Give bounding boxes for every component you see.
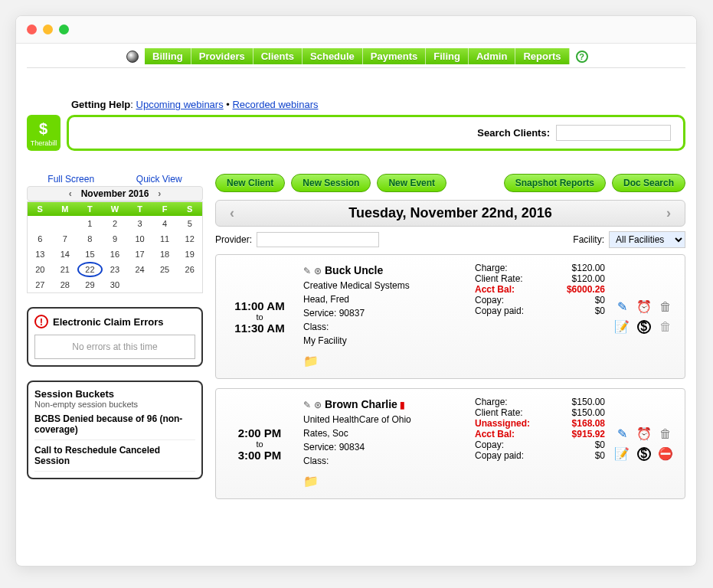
dollar-icon[interactable]: ⊛ xyxy=(314,266,322,276)
bucket-item[interactable]: Call to Reschedule Canceled Session xyxy=(34,440,195,472)
search-clients-input[interactable] xyxy=(556,125,671,141)
window-titlebar xyxy=(16,16,696,44)
dollar-icon[interactable]: ⊛ xyxy=(314,400,322,410)
next-day-button[interactable]: › xyxy=(660,205,677,221)
pencil-icon[interactable]: ✎ xyxy=(303,266,311,276)
bucket-item[interactable]: BCBS Denied because of 96 (non-coverage) xyxy=(34,409,195,440)
nav-payments[interactable]: Payments xyxy=(363,48,426,64)
payment-icon[interactable]: $ xyxy=(636,319,652,335)
nav-filing[interactable]: Filing xyxy=(426,48,469,64)
new-client-button[interactable]: New Client xyxy=(215,174,285,192)
note-icon[interactable]: 📝 xyxy=(614,446,630,462)
calendar-day[interactable]: 30 xyxy=(103,277,128,292)
full-screen-link[interactable]: Full Screen xyxy=(47,174,94,185)
calendar-day[interactable]: 28 xyxy=(53,277,78,292)
calendar-day[interactable]: 14 xyxy=(53,247,78,262)
calendar-day[interactable]: 9 xyxy=(103,231,128,247)
getting-help-label: Getting Help xyxy=(71,99,130,110)
facility-select[interactable]: All Facilities xyxy=(609,231,685,248)
calendar-day[interactable]: 24 xyxy=(127,262,152,277)
session-detail-line: Class: xyxy=(303,454,466,468)
session-actions: ✎⏰🗑📝$⛔ xyxy=(614,397,675,491)
calendar-day[interactable]: 13 xyxy=(28,247,53,262)
main-columns: Full Screen Quick View ‹ November 2016 ›… xyxy=(27,174,685,508)
calendar-day[interactable]: 25 xyxy=(152,262,178,277)
calendar-day[interactable]: 2 xyxy=(103,216,128,231)
session-client-name[interactable]: Buck Uncle xyxy=(325,264,383,276)
delete-icon[interactable]: 🗑 xyxy=(658,319,673,335)
calendar-day[interactable]: 29 xyxy=(77,277,103,292)
calendar-day[interactable]: 1 xyxy=(77,216,103,231)
nav-admin[interactable]: Admin xyxy=(469,48,515,64)
logo-text: Therabill xyxy=(31,139,57,147)
calendar-day[interactable]: 8 xyxy=(77,231,103,247)
calendar-day[interactable]: 22 xyxy=(77,262,103,277)
minimize-icon[interactable] xyxy=(43,24,53,34)
next-month-button[interactable]: › xyxy=(153,188,165,199)
session-detail-line: Creative Medical Systems xyxy=(303,279,466,292)
calendar-dow: M xyxy=(53,202,78,216)
calendar-day[interactable]: 6 xyxy=(28,231,53,247)
calendar-day xyxy=(28,216,53,231)
reminder-icon[interactable]: ⏰ xyxy=(636,426,652,442)
session-time: 2:00 PMto3:00 PM xyxy=(225,397,294,491)
zoom-icon[interactable] xyxy=(59,24,69,34)
reminder-icon[interactable]: ⏰ xyxy=(636,299,652,315)
therabill-logo[interactable]: $ Therabill xyxy=(27,115,61,151)
note-icon[interactable]: 📝 xyxy=(614,319,630,335)
calendar-day[interactable]: 4 xyxy=(152,216,178,231)
help-icon[interactable]: ? xyxy=(576,51,588,63)
nav-billing[interactable]: Billing xyxy=(145,48,191,64)
prev-day-button[interactable]: ‹ xyxy=(224,205,240,221)
snapshot-reports-button[interactable]: Snapshot Reports xyxy=(504,174,606,192)
calendar-day[interactable]: 27 xyxy=(28,277,53,292)
edit-icon[interactable]: ✎ xyxy=(614,426,630,442)
calendar-day[interactable]: 20 xyxy=(28,262,53,277)
session-actions: ✎⏰🗑📝$🗑 xyxy=(614,263,675,371)
nav-providers[interactable]: Providers xyxy=(191,48,253,64)
nav-schedule[interactable]: Schedule xyxy=(303,48,363,64)
recorded-webinars-link[interactable]: Recorded webinars xyxy=(232,99,318,110)
new-session-button[interactable]: New Session xyxy=(291,174,371,192)
delete-icon[interactable]: ⛔ xyxy=(658,446,673,462)
action-buttons-row: New Client New Session New Event Snapsho… xyxy=(215,174,685,192)
calendar-day[interactable]: 18 xyxy=(152,247,178,262)
prev-month-button[interactable]: ‹ xyxy=(64,188,77,199)
nav-clients[interactable]: Clients xyxy=(253,48,303,64)
session-client-name[interactable]: Brown Charlie xyxy=(325,398,397,410)
errors-panel-title: ! Electronic Claim Errors xyxy=(34,315,195,328)
calendar-day[interactable]: 16 xyxy=(103,247,128,262)
provider-input[interactable] xyxy=(257,232,379,247)
calendar-day[interactable]: 19 xyxy=(177,247,202,262)
calendar-month-label: November 2016 xyxy=(81,188,149,199)
trash-icon[interactable]: 🗑 xyxy=(658,299,673,315)
new-event-button[interactable]: New Event xyxy=(377,174,446,192)
fin-value: $0 xyxy=(595,450,605,461)
calendar-day[interactable]: 12 xyxy=(177,231,202,247)
folder-icon[interactable]: 📁 xyxy=(303,472,466,491)
payment-icon[interactable]: $ xyxy=(636,446,652,462)
quick-view-link[interactable]: Quick View xyxy=(136,174,182,185)
calendar-day[interactable]: 21 xyxy=(53,262,78,277)
calendar-day[interactable]: 5 xyxy=(177,216,202,231)
upcoming-webinars-link[interactable]: Upcoming webinars xyxy=(136,99,224,110)
calendar-day[interactable]: 15 xyxy=(77,247,103,262)
close-icon[interactable] xyxy=(27,24,37,34)
nav-reports[interactable]: Reports xyxy=(515,48,569,64)
calendar-day[interactable]: 3 xyxy=(127,216,152,231)
calendar-day[interactable]: 11 xyxy=(152,231,178,247)
calendar-day[interactable]: 26 xyxy=(177,262,202,277)
calendar-day[interactable]: 10 xyxy=(127,231,152,247)
calendar-day[interactable]: 23 xyxy=(103,262,128,277)
edit-icon[interactable]: ✎ xyxy=(614,299,630,315)
sessions-list: 11:00 AMto11:30 AM✎⊛Buck UncleCreative M… xyxy=(215,254,685,499)
calendar-day[interactable]: 7 xyxy=(53,231,78,247)
logo-search-row: $ Therabill Search Clients: xyxy=(27,115,685,151)
calendar-day[interactable]: 17 xyxy=(127,247,152,262)
doc-search-button[interactable]: Doc Search xyxy=(612,174,685,192)
folder-icon[interactable]: 📁 xyxy=(303,352,466,371)
pencil-icon[interactable]: ✎ xyxy=(303,400,311,410)
fin-label: Copay: xyxy=(475,439,504,450)
globe-icon[interactable] xyxy=(126,51,139,63)
trash-icon[interactable]: 🗑 xyxy=(658,426,673,442)
